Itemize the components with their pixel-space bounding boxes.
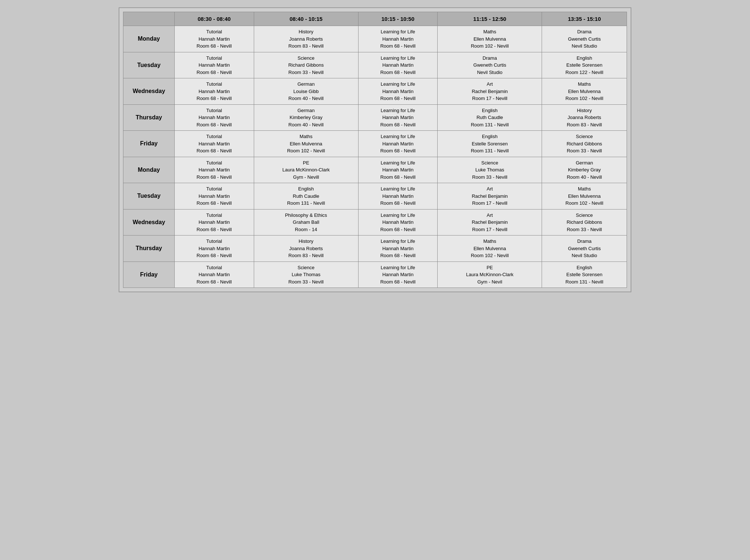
class-slot: TutorialHannah MartinRoom 68 - Nevill (175, 104, 254, 131)
class-slot: EnglishEstelle SorensenRoom 122 - Nevill (542, 52, 627, 78)
room-info: Room 33 - Nevill (256, 278, 357, 286)
teacher-name: Ellen Mulvenna (256, 140, 357, 148)
room-info: Room 68 - Nevill (360, 174, 436, 181)
class-slot: GermanKimberley GrayRoom 40 - Nevill (254, 104, 358, 131)
room-info: Room 33 - Nevill (543, 147, 625, 155)
teacher-name: Hannah Martin (360, 140, 436, 148)
teacher-name: Gweneth Curtis (439, 62, 540, 69)
teacher-name: Richard Gibbons (543, 140, 625, 148)
teacher-name: Louise Gibb (256, 88, 357, 95)
subject-name: Learning for Life (360, 185, 436, 193)
class-slot: MathsEllen MulvennaRoom 102 - Nevill (254, 131, 358, 157)
day-label: Monday (123, 157, 175, 183)
room-info: Room 102 - Nevill (439, 42, 540, 50)
header-time1: 08:30 - 08:40 (175, 12, 254, 26)
subject-name: English (439, 107, 540, 114)
teacher-name: Rachel Benjamin (439, 219, 540, 226)
class-slot: ArtRachel BenjaminRoom 17 - Nevill (438, 209, 542, 236)
teacher-name: Hannah Martin (360, 193, 436, 200)
room-info: Room 102 - Nevill (543, 200, 625, 207)
day-label: Friday (123, 262, 175, 288)
class-slot: EnglishEstelle SorensenRoom 131 - Nevill (438, 131, 542, 157)
class-slot: Learning for LifeHannah MartinRoom 68 - … (358, 183, 438, 209)
teacher-name: Estelle Sorensen (543, 271, 625, 278)
room-info: Room 68 - Nevill (360, 121, 436, 129)
subject-name: German (543, 159, 625, 167)
teacher-name: Hannah Martin (360, 114, 436, 121)
room-info: Room 68 - Nevill (360, 42, 436, 50)
subject-name: Tutorial (176, 55, 252, 62)
class-slot: HistoryJoanna RobertsRoom 83 - Nevill (542, 104, 627, 131)
class-slot: DramaGweneth CurtisNevil Studio (438, 52, 542, 78)
room-info: Room 17 - Nevill (439, 200, 540, 207)
teacher-name: Rachel Benjamin (439, 88, 540, 95)
room-info: Room 68 - Nevill (176, 147, 252, 155)
class-slot: EnglishRuth CaudleRoom 131 - Nevill (438, 104, 542, 131)
subject-name: PE (439, 264, 540, 271)
room-info: Room 68 - Nevill (176, 252, 252, 259)
room-info: Room 68 - Nevill (176, 42, 252, 50)
class-slot: TutorialHannah MartinRoom 68 - Nevill (175, 183, 254, 209)
subject-name: Learning for Life (360, 212, 436, 219)
subject-name: History (543, 107, 625, 114)
schedule-container: 08:30 - 08:40 08:40 - 10:15 10:15 - 10:5… (119, 7, 631, 292)
room-info: Room - 14 (256, 226, 357, 233)
room-info: Gym - Nevil (439, 278, 540, 286)
subject-name: Learning for Life (360, 159, 436, 167)
room-info: Room 68 - Nevill (360, 278, 436, 286)
class-slot: MathsEllen MulvennaRoom 102 - Nevill (438, 236, 542, 262)
room-info: Room 33 - Nevill (543, 226, 625, 233)
class-slot: TutorialHannah MartinRoom 68 - Nevill (175, 262, 254, 288)
room-info: Room 102 - Nevill (543, 95, 625, 102)
class-slot: HistoryJoanna RobertsRoom 83 - Nevill (254, 236, 358, 262)
class-slot: ScienceRichard GibbonsRoom 33 - Nevill (542, 131, 627, 157)
room-info: Nevil Studio (543, 42, 625, 50)
subject-name: Learning for Life (360, 238, 436, 245)
teacher-name: Ruth Caudle (256, 193, 357, 200)
teacher-name: Laura McKinnon-Clark (439, 271, 540, 278)
teacher-name: Hannah Martin (176, 140, 252, 148)
subject-name: Philosophy & Ethics (256, 212, 357, 219)
teacher-name: Luke Thomas (439, 166, 540, 174)
room-info: Nevil Studio (543, 252, 625, 259)
teacher-name: Rachel Benjamin (439, 193, 540, 200)
day-label: Tuesday (123, 183, 175, 209)
class-slot: ArtRachel BenjaminRoom 17 - Nevill (438, 78, 542, 105)
teacher-name: Hannah Martin (360, 219, 436, 226)
class-slot: Learning for LifeHannah MartinRoom 68 - … (358, 26, 438, 52)
subject-name: Tutorial (176, 107, 252, 114)
subject-name: Tutorial (176, 238, 252, 245)
room-info: Room 68 - Nevill (176, 69, 252, 76)
subject-name: Tutorial (176, 212, 252, 219)
room-info: Room 40 - Nevill (543, 174, 625, 181)
subject-name: Tutorial (176, 264, 252, 271)
subject-name: Drama (543, 238, 625, 245)
room-info: Room 33 - Nevill (256, 69, 357, 76)
subject-name: Art (439, 81, 540, 88)
subject-name: History (256, 238, 357, 245)
teacher-name: Hannah Martin (360, 245, 436, 252)
subject-name: Drama (439, 55, 540, 62)
teacher-name: Kimberley Gray (256, 114, 357, 121)
subject-name: English (439, 133, 540, 140)
teacher-name: Hannah Martin (360, 36, 436, 43)
class-slot: TutorialHannah MartinRoom 68 - Nevill (175, 52, 254, 78)
class-slot: PELaura McKinnon-ClarkGym - Nevil (438, 262, 542, 288)
class-slot: TutorialHannah MartinRoom 68 - Nevill (175, 131, 254, 157)
class-slot: Learning for LifeHannah MartinRoom 68 - … (358, 131, 438, 157)
class-slot: Philosophy & EthicsGraham BallRoom - 14 (254, 209, 358, 236)
room-info: Room 68 - Nevill (360, 226, 436, 233)
teacher-name: Ellen Mulvenna (439, 36, 540, 43)
subject-name: Tutorial (176, 133, 252, 140)
room-info: Room 68 - Nevill (360, 95, 436, 102)
class-slot: TutorialHannah MartinRoom 68 - Nevill (175, 78, 254, 105)
room-info: Room 68 - Nevill (360, 69, 436, 76)
subject-name: Maths (439, 28, 540, 36)
class-slot: MathsEllen MulvennaRoom 102 - Nevill (542, 183, 627, 209)
room-info: Room 68 - Nevill (360, 252, 436, 259)
subject-name: German (256, 107, 357, 114)
class-slot: GermanKimberley GrayRoom 40 - Nevill (542, 157, 627, 183)
teacher-name: Hannah Martin (176, 62, 252, 69)
room-info: Room 131 - Nevill (256, 200, 357, 207)
subject-name: English (543, 264, 625, 271)
